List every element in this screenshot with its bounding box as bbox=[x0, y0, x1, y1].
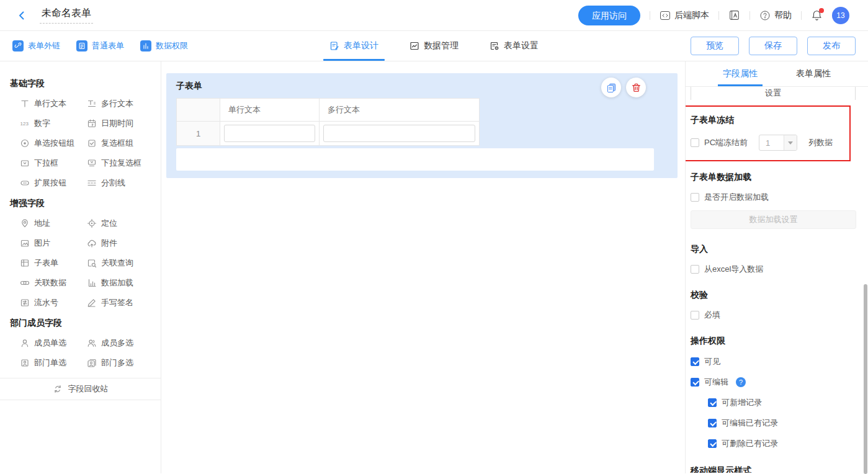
palette-item-member-multi[interactable]: 成员多选 bbox=[87, 338, 156, 348]
data-load-settings-button[interactable]: 数据加载设置 bbox=[691, 210, 856, 229]
section-title-permissions: 操作权限 bbox=[691, 336, 868, 347]
form-title[interactable]: 未命名表单 bbox=[40, 7, 93, 24]
palette-item-serial-number[interactable]: 流水号 bbox=[20, 297, 87, 308]
properties-tab-form[interactable]: 表单属性 bbox=[796, 61, 831, 86]
api-docs-icon[interactable] bbox=[728, 9, 740, 21]
palette-item-single-line-text[interactable]: 单行文本 bbox=[20, 98, 87, 109]
palette-item-label: 数据加载 bbox=[101, 277, 133, 288]
palette-item-multi-line-text[interactable]: 多行文本 bbox=[87, 98, 156, 109]
palette-item-data-load[interactable]: 数据加载 bbox=[87, 277, 156, 288]
tab-label: 表单设置 bbox=[504, 40, 539, 51]
toolbar-item-data-permission[interactable]: 数据权限 bbox=[140, 40, 188, 51]
palette-item-signature[interactable]: 手写签名 bbox=[87, 297, 156, 308]
help-item[interactable]: 帮助 bbox=[759, 10, 792, 21]
permission-checkbox[interactable] bbox=[708, 419, 717, 427]
panel-scrollbar[interactable] bbox=[864, 284, 867, 474]
properties-panel: 字段属性表单属性 设置 子表单冻结 PC端冻结前 1 列数据 子表单数据加载 bbox=[685, 61, 868, 473]
member-single-icon bbox=[20, 338, 30, 348]
palette-item-subform[interactable]: 子表单 bbox=[20, 257, 87, 268]
publish-button[interactable]: 发布 bbox=[807, 37, 856, 55]
toolbar-item-plain-form[interactable]: 普通表单 bbox=[76, 40, 124, 51]
palette-item-number[interactable]: 123数字 bbox=[20, 118, 87, 128]
palette-item-checkbox-group[interactable]: 复选框组 bbox=[87, 138, 156, 148]
palette-item-location[interactable]: 定位 bbox=[87, 218, 156, 228]
single-line-text-icon bbox=[20, 99, 30, 109]
palette-item-radio-group[interactable]: 单选按钮组 bbox=[20, 138, 87, 148]
toolbar-item-external-link[interactable]: 表单外链 bbox=[12, 40, 60, 51]
permission-row: 可编辑 ? bbox=[691, 377, 868, 388]
external-link-icon bbox=[12, 40, 24, 51]
palette-item-label: 成员单选 bbox=[34, 338, 66, 349]
palette-item-label: 成员多选 bbox=[101, 338, 133, 349]
palette-item-dept-multi[interactable]: 部门多选 bbox=[87, 357, 156, 368]
avatar[interactable]: 13 bbox=[832, 7, 849, 24]
palette-item-dropdown[interactable]: 下拉框 bbox=[20, 158, 87, 168]
palette-item-linked-query[interactable]: 关联查询 bbox=[87, 257, 156, 268]
palette-item-datetime[interactable]: 日期时间 bbox=[87, 118, 156, 128]
code-icon bbox=[660, 10, 671, 21]
extend-button-icon bbox=[20, 178, 30, 188]
required-checkbox[interactable] bbox=[691, 311, 699, 320]
subform-widget[interactable]: 子表单 单行文本多行文本 1 bbox=[166, 73, 678, 178]
permission-checkbox[interactable] bbox=[708, 398, 717, 407]
permission-label: 可见 bbox=[704, 356, 720, 367]
palette-item-label: 数字 bbox=[34, 118, 50, 129]
palette-item-image[interactable]: 图片 bbox=[20, 238, 87, 248]
palette-item-divider-line[interactable]: 分割线 bbox=[87, 177, 156, 188]
palette-item-label: 复选框组 bbox=[101, 138, 133, 149]
subform-row-index: 1 bbox=[177, 122, 220, 146]
delete-widget-button[interactable] bbox=[626, 78, 646, 97]
settings-button[interactable]: 设置 bbox=[691, 87, 856, 100]
chevron-down-icon bbox=[784, 135, 797, 150]
permission-row: 可见 bbox=[691, 356, 868, 367]
tab-data-management[interactable]: 数据管理 bbox=[408, 31, 460, 61]
excel-import-label: 从excel导入数据 bbox=[704, 264, 763, 275]
recycle-bin-label: 字段回收站 bbox=[68, 383, 109, 395]
attachment-icon bbox=[87, 238, 97, 248]
pc-freeze-label: PC端冻结前 bbox=[704, 137, 748, 148]
app-access-button[interactable]: 应用访问 bbox=[578, 6, 640, 25]
data-management-icon bbox=[409, 41, 419, 51]
permission-checkbox[interactable] bbox=[708, 439, 717, 448]
tab-form-settings[interactable]: 表单设置 bbox=[488, 31, 540, 61]
backend-script-label: 后端脚本 bbox=[674, 10, 709, 21]
back-icon[interactable] bbox=[16, 10, 27, 21]
subform-cell-input[interactable] bbox=[224, 125, 315, 142]
properties-tab-field[interactable]: 字段属性 bbox=[723, 61, 758, 86]
subform-cell-input[interactable] bbox=[323, 125, 475, 142]
serial-number-icon bbox=[20, 298, 30, 308]
toolbar-actions: 预览保存发布 bbox=[691, 37, 856, 55]
form-canvas[interactable]: 子表单 单行文本多行文本 1 bbox=[161, 61, 685, 473]
properties-tabs: 字段属性表单属性 bbox=[686, 61, 868, 87]
freeze-columns-select[interactable]: 1 bbox=[759, 135, 797, 151]
palette-item-dropdown-multi[interactable]: 下拉复选框 bbox=[87, 158, 156, 168]
palette-item-address[interactable]: 地址 bbox=[20, 218, 87, 228]
tab-form-design[interactable]: 表单设计 bbox=[328, 31, 380, 61]
palette-item-extend-button[interactable]: 扩展按钮 bbox=[20, 177, 87, 188]
palette-item-member-single[interactable]: 成员单选 bbox=[20, 338, 87, 348]
section-title-import: 导入 bbox=[691, 244, 868, 255]
help-tooltip-icon[interactable]: ? bbox=[736, 377, 746, 387]
enable-data-load-checkbox[interactable] bbox=[691, 193, 699, 202]
required-label: 必填 bbox=[704, 310, 720, 321]
backend-script-item[interactable]: 后端脚本 bbox=[660, 10, 709, 21]
notification-bell-icon[interactable] bbox=[811, 9, 823, 21]
field-recycle-bin[interactable]: 字段回收站 bbox=[0, 378, 161, 400]
palette-item-label: 子表单 bbox=[34, 257, 58, 269]
permission-checkbox[interactable] bbox=[691, 378, 699, 387]
form-design-icon bbox=[329, 41, 339, 51]
subform-index-header bbox=[177, 99, 220, 122]
number-icon: 123 bbox=[20, 118, 30, 128]
save-button[interactable]: 保存 bbox=[749, 37, 797, 55]
palette-item-label: 单行文本 bbox=[34, 98, 66, 109]
palette-item-attachment[interactable]: 附件 bbox=[87, 238, 156, 248]
copy-widget-button[interactable] bbox=[601, 78, 621, 97]
pc-freeze-checkbox[interactable] bbox=[691, 138, 699, 147]
palette-item-linked-data[interactable]: 关联数据 bbox=[20, 277, 87, 288]
preview-button[interactable]: 预览 bbox=[691, 37, 739, 55]
palette-section-title: 部门成员字段 bbox=[10, 318, 151, 329]
excel-import-checkbox[interactable] bbox=[691, 265, 699, 274]
permission-checkbox[interactable] bbox=[691, 357, 699, 366]
palette-item-dept-single[interactable]: 部门单选 bbox=[20, 357, 87, 368]
member-multi-icon bbox=[87, 338, 97, 348]
